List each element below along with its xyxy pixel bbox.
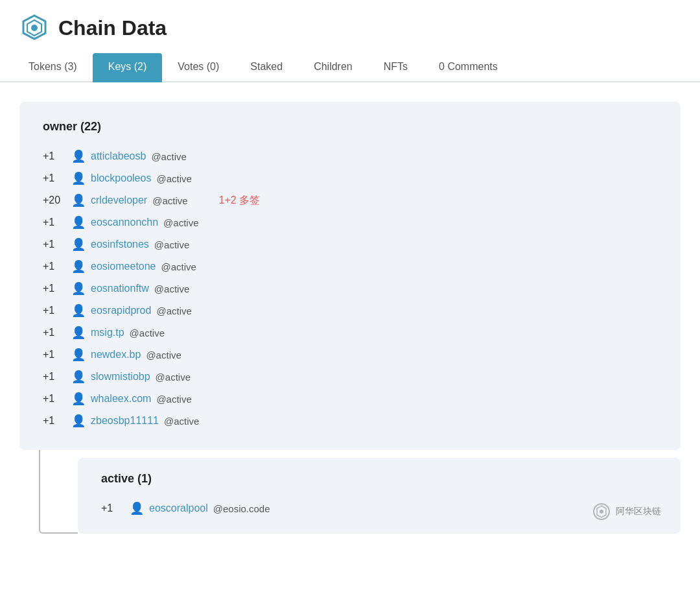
account-icon: 👤 [71,149,86,163]
svg-point-5 [600,510,603,514]
weight-value: +1 [43,371,66,383]
permission-label: @active [156,305,191,316]
account-icon: 👤 [71,414,86,428]
account-link[interactable]: whaleex.com [91,393,151,405]
table-row: +1 👤 slowmistiobp @active [43,366,657,388]
account-link[interactable]: eosnationftw [91,283,149,294]
chain-data-logo [19,13,49,43]
table-row: +20 👤 crldeveloper @active 1+2 多签 [43,189,657,211]
table-row: +1 👤 eosnationftw @active [43,278,657,300]
tabs-bar: Tokens (3) Keys (2) Votes (0) Staked Chi… [0,53,700,82]
permission-label: @active [154,283,189,294]
page-title: Chain Data [58,16,167,40]
weight-value: +1 [43,415,66,427]
table-row: +1 👤 newdex.bp @active [43,344,657,366]
permission-label: @active [156,173,191,184]
account-icon: 👤 [71,281,86,296]
account-link[interactable]: eosrapidprod [91,305,151,316]
tab-tokens[interactable]: Tokens (3) [13,53,93,82]
weight-value: +1 [43,150,66,162]
weight-value: +1 [101,503,124,514]
connector-line [39,450,78,534]
account-link[interactable]: newdex.bp [91,349,141,361]
multisig-annotation: 1+2 多签 [219,194,261,207]
watermark-logo-icon [592,503,611,521]
tab-keys[interactable]: Keys (2) [93,53,163,82]
weight-value: +1 [43,239,66,250]
page-header: Chain Data [0,0,700,53]
weight-value: +1 [43,349,66,361]
main-content: owner (22) +1 👤 atticlabeosb @active +1 … [0,82,700,553]
table-row: +1 👤 atticlabeosb @active [43,145,657,167]
weight-value: +1 [43,217,66,228]
watermark: 阿华区块链 [592,503,661,521]
account-link[interactable]: eoscannonchn [91,217,158,228]
account-link[interactable]: zbeosbp11111 [91,415,159,427]
permission-label: @active [151,151,186,162]
owner-card-title: owner (22) [43,120,657,134]
permission-label: @active [146,349,181,361]
table-row: +1 👤 whaleex.com @active [43,388,657,410]
table-row: +1 👤 eosiomeetone @active [43,255,657,278]
card-connector-wrapper: active (1) +1 👤 eoscoralpool @eosio.code… [19,450,681,534]
tab-votes[interactable]: Votes (0) [162,53,235,82]
account-icon: 👤 [71,237,86,252]
weight-value: +20 [43,195,66,206]
account-icon: 👤 [71,348,86,362]
account-link[interactable]: eoscoralpool [149,503,208,514]
table-row: +1 👤 eoscoralpool @eosio.code [101,497,657,519]
weight-value: +1 [43,283,66,294]
table-row: +1 👤 msig.tp @active [43,322,657,344]
account-link[interactable]: eosinfstones [91,239,149,250]
permission-label: @active [164,416,199,427]
tab-children[interactable]: Children [298,53,368,82]
account-icon: 👤 [71,392,86,406]
table-row: +1 👤 eoscannonchn @active [43,211,657,233]
permission-label: @active [163,217,198,228]
active-card: active (1) +1 👤 eoscoralpool @eosio.code… [78,458,681,534]
table-row: +1 👤 eosrapidprod @active [43,300,657,322]
account-icon: 👤 [71,193,86,207]
table-row: +1 👤 eosinfstones @active [43,233,657,255]
permission-label: @eosio.code [213,503,270,514]
watermark-text: 阿华区块链 [616,506,661,517]
owner-card: owner (22) +1 👤 atticlabeosb @active +1 … [19,102,681,450]
account-link[interactable]: eosiomeetone [91,261,156,272]
permission-label: @active [161,261,196,272]
weight-value: +1 [43,305,66,316]
permission-label: @active [154,239,189,250]
weight-value: +1 [43,393,66,405]
permission-label: @active [152,195,187,206]
active-card-title: active (1) [101,472,657,486]
table-row: +1 👤 blockpooleos @active [43,167,657,189]
weight-value: +1 [43,261,66,272]
account-link[interactable]: slowmistiobp [91,371,150,383]
account-link[interactable]: atticlabeosb [91,150,146,162]
table-row: +1 👤 zbeosbp11111 @active [43,410,657,432]
permission-label: @active [130,327,165,338]
account-icon: 👤 [71,370,86,384]
account-icon: 👤 [71,215,86,230]
permission-label: @active [156,372,191,383]
tab-nfts[interactable]: NFTs [368,53,423,82]
tab-comments[interactable]: 0 Comments [423,53,513,82]
permission-label: @active [156,394,191,405]
account-link[interactable]: blockpooleos [91,172,151,184]
account-link[interactable]: msig.tp [91,327,124,338]
account-icon: 👤 [71,259,86,274]
account-icon: 👤 [71,171,86,185]
account-icon: 👤 [130,501,144,515]
account-icon: 👤 [71,326,86,340]
weight-value: +1 [43,327,66,338]
tab-staked[interactable]: Staked [235,53,298,82]
account-link[interactable]: crldeveloper [91,195,147,206]
account-icon: 👤 [71,303,86,318]
svg-point-2 [31,25,38,31]
weight-value: +1 [43,172,66,184]
